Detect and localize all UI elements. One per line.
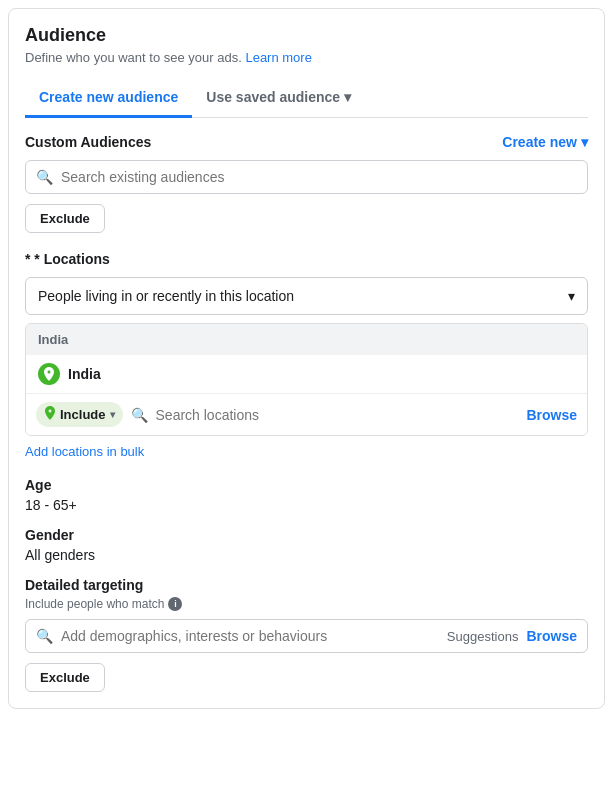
detailed-targeting-browse-button[interactable]: Browse	[526, 628, 577, 644]
detailed-search-icon: 🔍	[36, 628, 53, 644]
search-locations-icon: 🔍	[131, 407, 148, 423]
locations-label: * * Locations	[25, 251, 588, 267]
chevron-down-icon: ▾	[568, 288, 575, 304]
location-item: India	[26, 355, 587, 393]
age-section: Age 18 - 65+	[25, 477, 588, 513]
suggestions-label: Suggestions	[447, 629, 519, 644]
detailed-targeting-section: Detailed targeting Include people who ma…	[25, 577, 588, 692]
search-audiences-input[interactable]	[61, 169, 577, 185]
custom-audiences-label: Custom Audiences	[25, 134, 151, 150]
chevron-down-icon: ▾	[581, 134, 588, 150]
include-chevron-icon: ▾	[110, 409, 115, 420]
location-name: India	[68, 366, 101, 382]
exclude-custom-audiences-button[interactable]: Exclude	[25, 204, 105, 233]
content-section: Custom Audiences Create new ▾ 🔍 Exclude …	[25, 118, 588, 692]
location-pin-icon	[38, 363, 60, 385]
page-title: Audience	[25, 25, 588, 46]
age-label: Age	[25, 477, 588, 493]
add-locations-bulk-link[interactable]: Add locations in bulk	[25, 444, 144, 459]
tab-use-saved-audience[interactable]: Use saved audience ▾	[192, 79, 365, 118]
custom-audiences-header: Custom Audiences Create new ▾	[25, 134, 588, 150]
gender-value: All genders	[25, 547, 588, 563]
gender-label: Gender	[25, 527, 588, 543]
include-pin-icon	[44, 406, 56, 423]
detailed-targeting-search-input[interactable]	[61, 628, 439, 644]
include-people-label: Include people who match i	[25, 597, 588, 611]
locations-dropdown[interactable]: People living in or recently in this loc…	[25, 277, 588, 315]
detailed-targeting-label: Detailed targeting	[25, 577, 588, 593]
tab-create-new-audience[interactable]: Create new audience	[25, 79, 192, 118]
locations-browse-button[interactable]: Browse	[526, 407, 577, 423]
audience-header: Audience Define who you want to see your…	[25, 25, 588, 65]
tabs-row: Create new audience Use saved audience ▾	[25, 79, 588, 118]
include-label: Include	[60, 407, 106, 422]
location-region-header: India	[26, 324, 587, 355]
audience-panel: Audience Define who you want to see your…	[8, 8, 605, 709]
page-subtitle: Define who you want to see your ads. Lea…	[25, 50, 588, 65]
info-icon[interactable]: i	[168, 597, 182, 611]
search-icon: 🔍	[36, 169, 53, 185]
age-value: 18 - 65+	[25, 497, 588, 513]
search-locations-input[interactable]	[156, 407, 519, 423]
create-new-button[interactable]: Create new ▾	[502, 134, 588, 150]
detailed-targeting-search-wrapper: 🔍 Suggestions Browse	[25, 619, 588, 653]
exclude-detailed-targeting-button[interactable]: Exclude	[25, 663, 105, 692]
locations-section: * * Locations People living in or recent…	[25, 251, 588, 459]
learn-more-link[interactable]: Learn more	[245, 50, 311, 65]
search-audiences-wrapper: 🔍	[25, 160, 588, 194]
chevron-down-icon: ▾	[344, 89, 351, 105]
gender-section: Gender All genders	[25, 527, 588, 563]
required-indicator: *	[25, 251, 34, 267]
location-box: India India	[25, 323, 588, 436]
include-pill[interactable]: Include ▾	[36, 402, 123, 427]
include-search-row: Include ▾ 🔍 Browse	[26, 393, 587, 435]
